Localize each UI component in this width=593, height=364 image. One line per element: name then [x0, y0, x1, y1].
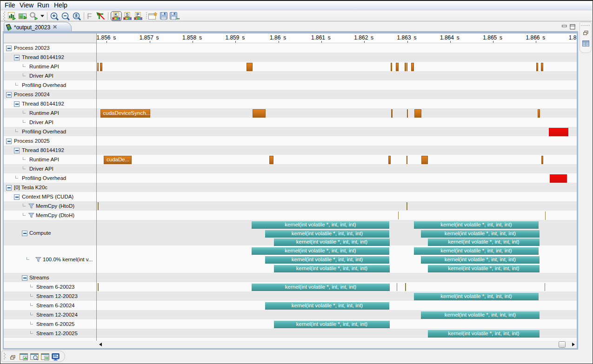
svg-text:S: S [126, 12, 128, 17]
svg-text:K: K [114, 12, 118, 17]
svg-text:P: P [136, 12, 140, 17]
